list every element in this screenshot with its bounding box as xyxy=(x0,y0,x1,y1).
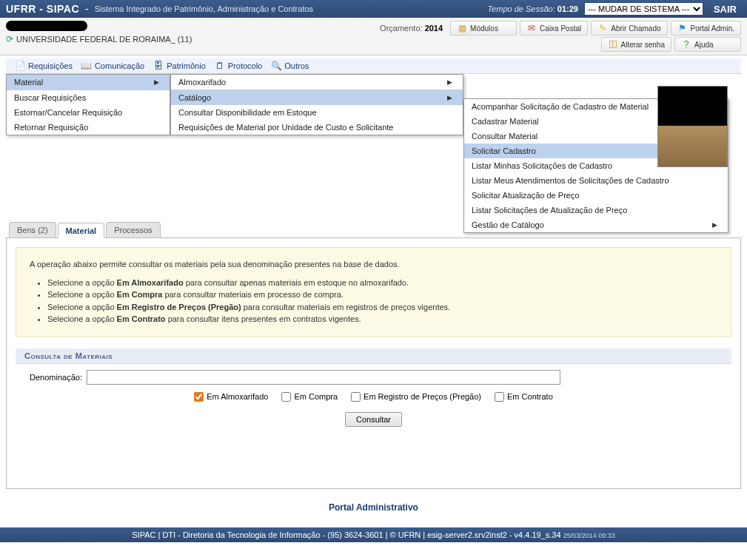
footer: SIPAC | DTI - Diretoria da Tecnologia de… xyxy=(0,527,747,542)
app-title: UFRR - SIPAC xyxy=(6,3,79,15)
info-box: A operação abaixo permite consultar os m… xyxy=(16,247,731,337)
sm3-gestao-catalogo[interactable]: Gestão de Catálogo▶ xyxy=(464,217,728,232)
portal-icon: ⚑ xyxy=(677,23,688,33)
content-panel: A operação abaixo permite consultar os m… xyxy=(6,237,741,489)
side-photo xyxy=(657,86,728,167)
denom-input[interactable] xyxy=(87,370,560,385)
footer-date: 25/03/2014 09:33 xyxy=(563,532,615,539)
info-line-1: Selecione a opção Em Almoxarifado para c… xyxy=(47,277,717,289)
doc-icon: 📄 xyxy=(15,61,25,71)
separator: - xyxy=(85,3,89,15)
main-menu: 📄Requisições 📖Comunicação 🗄Patrimônio 🗒P… xyxy=(6,58,741,74)
system-select[interactable]: --- MUDAR DE SISTEMA --- xyxy=(584,2,703,16)
sm1-estornar[interactable]: Estornar/Cancelar Requisição xyxy=(7,105,170,120)
chk-almoxarifado[interactable]: Em Almoxarifado xyxy=(194,392,268,402)
tab-material[interactable]: Material xyxy=(58,223,105,238)
info-bar: ⟳ UNIVERSIDADE FEDERAL DE RORAIMA_ (11) … xyxy=(0,18,747,55)
header-bar: UFRR - SIPAC - Sistema Integrado de Patr… xyxy=(0,0,747,18)
help-icon: ? xyxy=(681,39,691,50)
mailbox-button[interactable]: ✉Caixa Postal xyxy=(520,21,588,36)
chk-compra[interactable]: Em Compra xyxy=(281,392,338,402)
menu-outros[interactable]: 🔍Outros xyxy=(271,61,309,71)
help-button[interactable]: ?Ajuda xyxy=(674,37,741,52)
app-subtitle: Sistema Integrado de Patrimônio, Adminis… xyxy=(95,4,313,13)
tab-processos[interactable]: Processos xyxy=(106,222,160,237)
menu-patrimonio[interactable]: 🗄Patrimônio xyxy=(153,61,206,71)
key-icon: ⚿ xyxy=(608,39,618,50)
submenu-level2: Almoxarifado▶ Catálogo▶ Consultar Dispon… xyxy=(170,74,463,135)
budget-label: Orçamento: 2014 xyxy=(377,22,446,34)
sm3-atualizacao-preco[interactable]: Solicitar Atualização de Preço xyxy=(464,188,728,203)
modules-icon: ▦ xyxy=(457,23,467,33)
refresh-icon[interactable]: ⟳ xyxy=(6,34,13,44)
mail-icon: ✉ xyxy=(526,23,537,33)
sm1-retornar[interactable]: Retornar Requisição xyxy=(7,120,170,135)
admin-portal-button[interactable]: ⚑Portal Admin. xyxy=(671,21,741,36)
menu-requisicoes[interactable]: 📄Requisições xyxy=(15,61,73,71)
exit-button[interactable]: SAIR xyxy=(709,4,741,15)
ticket-icon: ✎ xyxy=(597,23,608,33)
session-time: Tempo de Sessão: 01:29 xyxy=(487,4,578,13)
sm3-listar-atualizacao[interactable]: Listar Solicitações de Atualização de Pr… xyxy=(464,203,728,217)
info-line-3: Selecione a opção Em Registro de Preços … xyxy=(47,301,717,314)
safe-icon: 🗄 xyxy=(153,61,164,71)
sm2-requisicoes-material[interactable]: Requisições de Material por Unidade de C… xyxy=(171,120,463,135)
sm3-listar-atendimentos[interactable]: Listar Meus Atendimentos de Solicitações… xyxy=(464,173,728,188)
filter-checkboxes: Em Almoxarifado Em Compra Em Registro de… xyxy=(7,392,740,402)
sm2-almoxarifado[interactable]: Almoxarifado▶ xyxy=(171,75,463,90)
menu-protocolo[interactable]: 🗒Protocolo xyxy=(215,61,262,71)
menu-comunicacao[interactable]: 📖Comunicação xyxy=(81,61,144,71)
sm2-catalogo[interactable]: Catálogo▶ xyxy=(171,90,463,105)
sm1-material[interactable]: Material▶ xyxy=(7,75,170,90)
denom-label: Denominação: xyxy=(16,373,82,382)
form-title: Consulta de Materiais xyxy=(16,348,731,364)
tab-bens[interactable]: Bens (2) xyxy=(9,222,56,237)
sm1-buscar[interactable]: Buscar Requisições xyxy=(7,90,170,105)
book-icon: 📖 xyxy=(81,61,92,71)
org-name: UNIVERSIDADE FEDERAL DE RORAIMA_ (11) xyxy=(16,35,192,44)
modules-button[interactable]: ▦Módulos xyxy=(450,21,517,36)
chk-contrato[interactable]: Em Contrato xyxy=(495,392,553,402)
search-icon: 🔍 xyxy=(271,61,281,71)
change-password-button[interactable]: ⚿Alterar senha xyxy=(601,37,671,52)
chevron-right-icon: ▶ xyxy=(712,221,717,229)
info-intro: A operação abaixo permite consultar os m… xyxy=(30,258,717,271)
open-ticket-button[interactable]: ✎Abrir Chamado xyxy=(591,21,667,36)
chevron-right-icon: ▶ xyxy=(447,94,452,101)
sm2-disponibilidade[interactable]: Consultar Disponibilidade em Estoque xyxy=(171,105,463,120)
portal-admin-link[interactable]: Portal Administrativo xyxy=(329,502,418,513)
info-line-2: Selecione a opção Em Compra para consult… xyxy=(47,289,717,301)
chevron-right-icon: ▶ xyxy=(154,78,159,86)
chk-registro[interactable]: Em Registro de Preços (Pregão) xyxy=(351,392,481,402)
consultar-button[interactable]: Consultar xyxy=(345,412,402,427)
user-redacted xyxy=(6,21,87,31)
submenu-level1: Material▶ Buscar Requisições Estornar/Ca… xyxy=(6,74,170,135)
note-icon: 🗒 xyxy=(215,61,225,71)
chevron-right-icon: ▶ xyxy=(447,78,452,86)
footer-text: SIPAC | DTI - Diretoria da Tecnologia de… xyxy=(132,530,560,539)
info-line-4: Selecione a opção Em Contrato para consu… xyxy=(47,313,717,325)
